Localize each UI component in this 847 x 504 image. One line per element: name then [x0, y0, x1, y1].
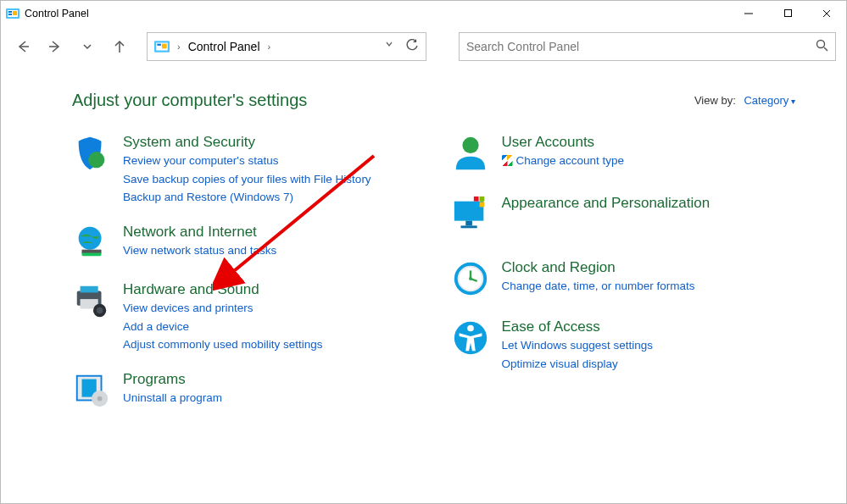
svg-rect-3 — [8, 14, 12, 15]
svg-rect-14 — [157, 44, 161, 46]
category-grid: System and Security Review your computer… — [72, 134, 795, 410]
category-title[interactable]: Programs — [123, 371, 222, 388]
svg-point-31 — [462, 137, 478, 153]
category-title[interactable]: Clock and Region — [502, 259, 695, 276]
shield-icon — [72, 134, 111, 173]
svg-point-30 — [98, 396, 103, 402]
svg-rect-32 — [454, 202, 483, 221]
recent-dropdown-button[interactable] — [75, 35, 99, 58]
svg-point-16 — [817, 41, 825, 48]
category-title[interactable]: Network and Internet — [123, 224, 276, 241]
category-system-security: System and Security Review your computer… — [72, 134, 417, 205]
minimize-button[interactable] — [729, 1, 768, 25]
view-by: View by: Category — [694, 94, 795, 107]
forward-button[interactable] — [43, 35, 67, 58]
view-by-label: View by: — [694, 94, 736, 107]
printer-icon — [72, 281, 111, 320]
svg-point-43 — [469, 277, 472, 280]
monitor-icon — [451, 195, 490, 234]
svg-rect-21 — [82, 250, 102, 253]
category-ease-of-access: Ease of Access Let Windows suggest setti… — [451, 318, 796, 372]
right-column: User Accounts Change account type Appear… — [451, 134, 796, 410]
accessibility-icon — [451, 318, 490, 357]
title-bar: Control Panel — [1, 1, 846, 26]
search-bar[interactable] — [459, 32, 836, 61]
view-by-dropdown[interactable]: Category — [744, 94, 795, 107]
svg-point-18 — [88, 152, 104, 168]
svg-rect-4 — [13, 11, 17, 15]
category-link[interactable]: Save backup copies of your files with Fi… — [123, 172, 371, 187]
back-button[interactable] — [11, 35, 35, 58]
category-network-internet: Network and Internet View network status… — [72, 224, 417, 263]
chevron-right-icon[interactable]: › — [265, 42, 274, 52]
chevron-right-icon: › — [175, 42, 183, 52]
svg-point-26 — [97, 307, 103, 314]
control-panel-icon — [6, 7, 20, 20]
svg-rect-34 — [460, 225, 476, 228]
address-dropdown-button[interactable] — [384, 39, 394, 54]
up-button[interactable] — [108, 35, 131, 58]
category-appearance: Appearance and Personalization — [451, 195, 796, 234]
category-link[interactable]: Optimize visual display — [502, 357, 654, 372]
category-title[interactable]: Hardware and Sound — [123, 281, 323, 298]
category-link[interactable]: Add a device — [123, 319, 323, 335]
address-bar-icon — [154, 39, 170, 54]
svg-rect-33 — [465, 221, 472, 226]
category-link[interactable]: Change account type — [502, 153, 625, 169]
category-title[interactable]: Ease of Access — [502, 318, 654, 335]
svg-line-17 — [824, 47, 827, 51]
headline-row: Adjust your computer's settings View by:… — [72, 91, 795, 110]
svg-rect-15 — [162, 44, 167, 49]
svg-rect-6 — [784, 10, 791, 17]
category-title[interactable]: System and Security — [123, 134, 371, 151]
programs-icon — [72, 371, 111, 410]
window-controls — [729, 1, 846, 25]
category-title[interactable]: User Accounts — [502, 134, 625, 151]
category-link[interactable]: Uninstall a program — [123, 390, 222, 406]
search-icon — [816, 39, 828, 54]
maximize-button[interactable] — [768, 1, 807, 25]
svg-rect-35 — [473, 197, 478, 202]
svg-rect-36 — [479, 197, 484, 202]
left-column: System and Security Review your computer… — [72, 134, 417, 410]
svg-rect-23 — [81, 286, 98, 293]
category-hardware-sound: Hardware and Sound View devices and prin… — [72, 281, 417, 352]
category-link[interactable]: View network status and tasks — [123, 243, 276, 258]
category-link[interactable]: Change date, time, or number formats — [502, 279, 695, 294]
category-clock-region: Clock and Region Change date, time, or n… — [451, 259, 796, 298]
category-link[interactable]: Backup and Restore (Windows 7) — [123, 190, 371, 205]
content-area: Adjust your computer's settings View by:… — [1, 67, 846, 503]
clock-icon — [451, 259, 490, 298]
window-frame: Control Panel › Control Panel › — [0, 0, 847, 504]
svg-rect-37 — [473, 202, 478, 208]
category-title[interactable]: Appearance and Personalization — [502, 195, 710, 212]
search-input[interactable] — [466, 40, 811, 53]
category-link[interactable]: Adjust commonly used mobility settings — [123, 337, 323, 352]
category-programs: Programs Uninstall a program — [72, 371, 417, 410]
category-link[interactable]: View devices and printers — [123, 301, 323, 316]
window-title: Control Panel — [25, 8, 729, 19]
category-user-accounts: User Accounts Change account type — [451, 134, 796, 173]
globe-icon — [72, 224, 111, 263]
refresh-button[interactable] — [406, 39, 419, 54]
svg-rect-2 — [8, 11, 12, 13]
navigation-bar: › Control Panel › — [1, 26, 846, 67]
breadcrumb-root[interactable]: Control Panel — [188, 40, 260, 53]
address-bar[interactable]: › Control Panel › — [147, 32, 426, 61]
category-link[interactable]: Review your computer's status — [123, 153, 371, 169]
page-headline: Adjust your computer's settings — [72, 91, 307, 110]
close-button[interactable] — [807, 1, 846, 25]
user-icon — [451, 134, 490, 173]
category-link[interactable]: Let Windows suggest settings — [502, 338, 654, 353]
svg-point-45 — [467, 325, 474, 332]
svg-rect-38 — [479, 202, 484, 208]
